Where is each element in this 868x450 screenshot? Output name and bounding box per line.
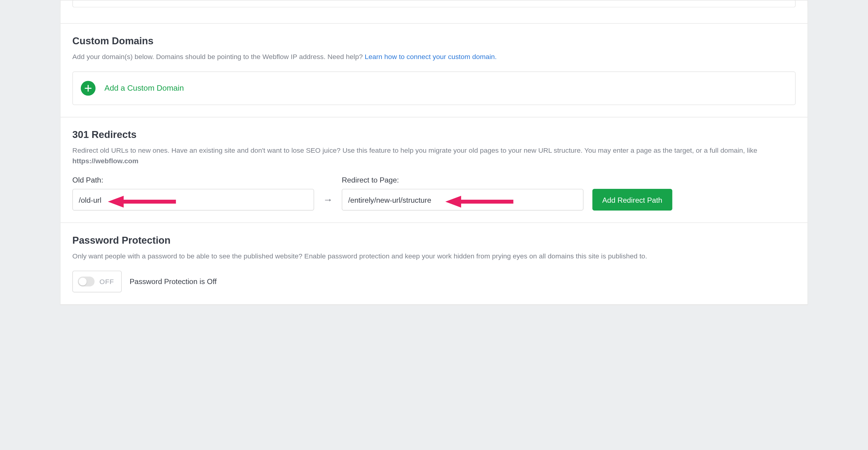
old-path-input[interactable]	[72, 189, 314, 211]
redirects-title: 301 Redirects	[72, 129, 796, 140]
custom-domains-description: Add your domain(s) below. Domains should…	[72, 52, 796, 63]
password-protection-title: Password Protection	[72, 235, 796, 246]
add-custom-domain-button[interactable]: Add a Custom Domain	[72, 71, 796, 105]
redirect-to-page-label: Redirect to Page:	[342, 175, 584, 184]
learn-custom-domain-link[interactable]: Learn how to connect your custom domain.	[365, 53, 497, 61]
toggle-state-text: OFF	[99, 278, 114, 285]
password-protection-status: Password Protection is Off	[130, 277, 217, 286]
password-protection-toggle[interactable]: OFF	[72, 270, 122, 292]
previous-input-box	[72, 0, 796, 7]
add-custom-domain-label: Add a Custom Domain	[104, 84, 184, 93]
password-protection-section: Password Protection Only want people wit…	[61, 222, 807, 304]
redirect-to-page-input[interactable]	[342, 189, 584, 211]
redirects-section: 301 Redirects Redirect old URLs to new o…	[61, 117, 807, 222]
redirects-description: Redirect old URLs to new ones. Have an e…	[72, 145, 796, 167]
redirects-desc-example: https://webflow.com	[72, 157, 138, 165]
custom-domains-desc-text: Add your domain(s) below. Domains should…	[72, 53, 365, 61]
custom-domains-section: Custom Domains Add your domain(s) below.…	[61, 23, 807, 117]
arrow-right-icon: →	[323, 189, 333, 211]
toggle-switch-icon	[78, 277, 95, 286]
plus-icon	[81, 81, 96, 95]
redirects-desc-text: Redirect old URLs to new ones. Have an e…	[72, 147, 757, 154]
add-redirect-path-button[interactable]: Add Redirect Path	[592, 189, 672, 211]
custom-domains-title: Custom Domains	[72, 36, 796, 47]
password-protection-description: Only want people with a password to be a…	[72, 251, 796, 262]
old-path-label: Old Path:	[72, 175, 314, 184]
